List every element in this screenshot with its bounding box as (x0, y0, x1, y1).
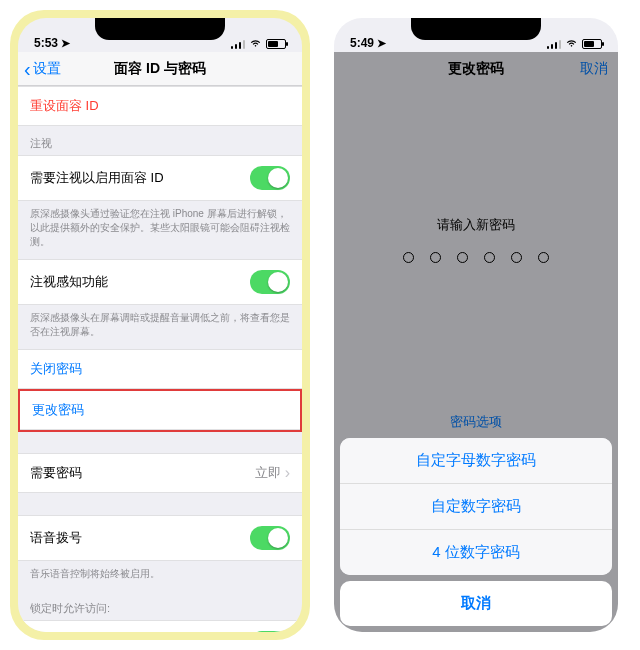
phone-screen-right: 5:49 ➤ 更改密码 取消 请输入新密码 (334, 18, 618, 632)
status-time: 5:53 ➤ (34, 36, 70, 50)
require-passcode-value: 立即› (255, 464, 290, 482)
back-button[interactable]: ‹设置 (24, 59, 61, 79)
notch (95, 18, 225, 40)
today-view-row[interactable]: "今天"视图 (18, 620, 302, 632)
require-passcode-label: 需要密码 (30, 464, 82, 482)
attention-aware-note: 原深感摄像头在屏幕调暗或提醒音量调低之前，将查看您是否在注视屏幕。 (18, 305, 302, 349)
notch (411, 18, 541, 40)
voice-dial-label: 语音拨号 (30, 529, 82, 547)
signal-icon (231, 39, 245, 49)
status-time: 5:49 ➤ (350, 36, 386, 50)
spacer (18, 431, 302, 453)
battery-icon (582, 39, 602, 49)
turn-off-passcode-label: 关闭密码 (30, 360, 82, 378)
require-passcode-row[interactable]: 需要密码 立即› (18, 453, 302, 493)
settings-content[interactable]: 重设面容 ID 注视 需要注视以启用面容 ID 原深感摄像头通过验证您在注视 i… (18, 86, 302, 632)
toggle-switch[interactable] (250, 166, 290, 190)
attention-aware-row[interactable]: 注视感知功能 (18, 259, 302, 305)
change-passcode-row[interactable]: 更改密码 (20, 391, 300, 430)
sheet-option-alphanumeric[interactable]: 自定字母数字密码 (340, 438, 612, 484)
location-icon: ➤ (61, 37, 70, 50)
phone-screen-left: 5:53 ➤ ‹设置 面容 ID 与密码 重设面容 ID 注视 需要注视以启用面… (18, 18, 302, 632)
voice-dial-note: 音乐语音控制将始终被启用。 (18, 561, 302, 591)
sheet-cancel-button[interactable]: 取消 (340, 581, 612, 626)
reset-face-id-row[interactable]: 重设面容 ID (18, 86, 302, 126)
highlight-box: 更改密码 (18, 389, 302, 432)
nav-title: 面容 ID 与密码 (114, 60, 206, 78)
voice-dial-row[interactable]: 语音拨号 (18, 515, 302, 561)
toggle-switch[interactable] (250, 526, 290, 550)
section-label-attention: 注视 (18, 126, 302, 155)
action-sheet-group: 自定字母数字密码 自定数字密码 4 位数字密码 (340, 438, 612, 575)
chevron-right-icon: › (285, 464, 290, 482)
location-icon: ➤ (377, 37, 386, 50)
toggle-switch[interactable] (250, 270, 290, 294)
wifi-icon (249, 38, 262, 50)
status-icons (231, 38, 286, 50)
sheet-option-4digit[interactable]: 4 位数字密码 (340, 530, 612, 575)
sheet-option-custom-numeric[interactable]: 自定数字密码 (340, 484, 612, 530)
require-attention-label: 需要注视以启用面容 ID (30, 169, 164, 187)
attention-aware-label: 注视感知功能 (30, 273, 108, 291)
nav-bar: ‹设置 面容 ID 与密码 (18, 52, 302, 86)
action-sheet: 自定字母数字密码 自定数字密码 4 位数字密码 取消 (340, 438, 612, 626)
change-passcode-label: 更改密码 (32, 401, 84, 419)
reset-face-id-label: 重设面容 ID (30, 97, 99, 115)
signal-icon (547, 39, 561, 49)
right-content: 更改密码 取消 请输入新密码 密码选项 自定字母数字密码 (334, 52, 618, 632)
status-icons (547, 38, 602, 50)
phone-frame-left: 5:53 ➤ ‹设置 面容 ID 与密码 重设面容 ID 注视 需要注视以启用面… (10, 10, 310, 640)
battery-icon (266, 39, 286, 49)
turn-off-passcode-row[interactable]: 关闭密码 (18, 349, 302, 389)
require-attention-row[interactable]: 需要注视以启用面容 ID (18, 155, 302, 201)
wifi-icon (565, 38, 578, 50)
require-attention-note: 原深感摄像头通过验证您在注视 iPhone 屏幕后进行解锁，以此提供额外的安全保… (18, 201, 302, 259)
section-label-allow: 锁定时允许访问: (18, 591, 302, 620)
spacer (18, 493, 302, 515)
toggle-switch[interactable] (250, 631, 290, 632)
chevron-left-icon: ‹ (24, 59, 31, 79)
phone-frame-right: 5:49 ➤ 更改密码 取消 请输入新密码 (326, 10, 626, 640)
